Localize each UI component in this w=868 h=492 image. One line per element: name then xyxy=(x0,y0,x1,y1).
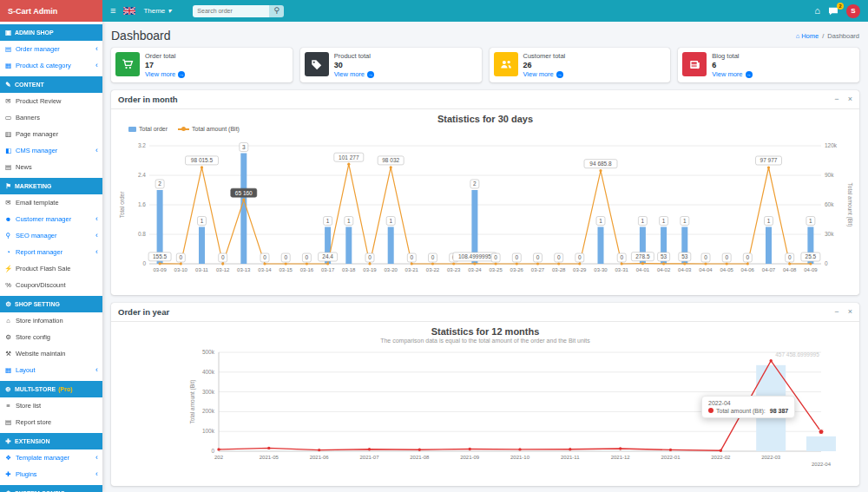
breadcrumb-home-link[interactable]: ⌂Home xyxy=(796,32,819,40)
svg-text:3: 3 xyxy=(242,144,246,150)
sidebar-item-cms-manager[interactable]: ◧CMS manager‹ xyxy=(0,142,102,159)
store-list-icon: ≡ xyxy=(4,402,12,410)
sidebar-item-coupon-discount[interactable]: %Coupon/Discount xyxy=(0,277,102,293)
sidebar-item-seo-manager[interactable]: ⚲SEO manager‹ xyxy=(0,227,102,244)
svg-text:2021-10: 2021-10 xyxy=(510,455,530,460)
search-input[interactable] xyxy=(193,5,269,17)
brand[interactable]: S-Cart Admin xyxy=(0,0,102,22)
sidebar-item-store-config[interactable]: ⚙Store config xyxy=(0,329,102,345)
svg-text:2021-12: 2021-12 xyxy=(611,455,631,460)
order-month-chart[interactable]: 000.830k1.660k2.490k3.2120kTotal orderTo… xyxy=(116,132,854,293)
svg-text:108.4999995: 108.4999995 xyxy=(458,253,491,259)
sidebar-item-layout[interactable]: ▦Layout‹ xyxy=(0,362,102,378)
sidebar-item-plugins[interactable]: ✚Plugins‹ xyxy=(0,466,102,482)
info-box-count: 17 xyxy=(145,61,185,69)
svg-text:24.4: 24.4 xyxy=(322,253,333,259)
chevron-left-icon: ‹ xyxy=(95,232,98,239)
top-navbar: S-Cart Admin ≡ Theme▾ ⚲ ⌂ 2 S xyxy=(0,0,868,22)
sidebar-item-template-manager[interactable]: ❖Template manager‹ xyxy=(0,449,102,466)
svg-text:Total amount (Bit): Total amount (Bit) xyxy=(189,380,196,424)
sidebar-section-extension: ✚EXTENSION xyxy=(0,433,102,449)
legend-item-total-order[interactable]: Total order xyxy=(128,126,168,132)
svg-text:2021-05: 2021-05 xyxy=(260,455,279,460)
info-box-label: Blog total xyxy=(712,52,752,60)
sidebar-item-news[interactable]: ▤News xyxy=(0,159,102,175)
info-box-count: 30 xyxy=(334,61,374,69)
svg-text:30k: 30k xyxy=(825,231,834,237)
close-button[interactable]: × xyxy=(848,95,852,103)
svg-text:202: 202 xyxy=(214,455,224,460)
svg-text:0: 0 xyxy=(788,254,792,260)
collapse-button[interactable]: − xyxy=(834,95,838,103)
svg-text:1: 1 xyxy=(767,218,771,224)
card-title: Order in month xyxy=(118,95,178,104)
multi-store-icon: ⊕ xyxy=(4,385,12,393)
user-avatar[interactable]: S xyxy=(846,4,860,18)
svg-text:2021-09: 2021-09 xyxy=(460,455,480,460)
sidebar-item-store-list[interactable]: ≡Store list xyxy=(0,397,102,414)
collapse-button[interactable]: − xyxy=(834,308,838,316)
info-box-label: Order total xyxy=(145,52,185,60)
legend-item-total-amount[interactable]: Total amount (Bit) xyxy=(178,126,240,132)
sidebar-item-email-template[interactable]: ✉Email template xyxy=(0,194,102,211)
svg-text:101 277: 101 277 xyxy=(339,154,359,161)
svg-text:90k: 90k xyxy=(825,172,834,178)
svg-text:0: 0 xyxy=(306,254,309,260)
home-icon[interactable]: ⌂ xyxy=(814,6,820,16)
svg-text:03-30: 03-30 xyxy=(594,267,608,272)
sidebar-item-report-store[interactable]: ▤Report store xyxy=(0,414,102,430)
svg-text:98 015.5: 98 015.5 xyxy=(191,157,214,163)
sidebar-section-multi-store: ⊕MULTI-STORE (Pro) xyxy=(0,381,102,397)
chart-subtitle: The comparison data is equal to the tota… xyxy=(116,338,854,344)
close-button[interactable]: × xyxy=(848,308,852,316)
view-more-link[interactable]: View more → xyxy=(334,70,374,78)
svg-text:0: 0 xyxy=(515,254,518,260)
sidebar-item-product-flash-sale[interactable]: ⚡Product Flash Sale xyxy=(0,260,102,277)
info-box-customer-total: Customer total 26 View more → xyxy=(490,48,671,82)
svg-text:0: 0 xyxy=(368,254,372,260)
svg-text:04-03: 04-03 xyxy=(678,267,692,272)
svg-text:2021-08: 2021-08 xyxy=(410,455,430,460)
chart-title: Statistics for 12 months xyxy=(116,326,854,337)
notifications-icon[interactable]: 2 xyxy=(828,7,838,16)
view-more-link[interactable]: View more → xyxy=(523,70,566,78)
svg-text:0.8: 0.8 xyxy=(138,231,146,237)
pro-badge: (Pro) xyxy=(58,386,72,392)
svg-text:500k: 500k xyxy=(202,349,215,355)
order-year-chart[interactable]: 0100k200k300k400k500kTotal amount (Bit)4… xyxy=(116,344,854,484)
plugins-icon: ✚ xyxy=(4,470,12,478)
sidebar-item-store-infomation[interactable]: ⌂Store infomation xyxy=(0,312,102,329)
svg-text:03-27: 03-27 xyxy=(531,267,545,272)
content-header: Dashboard ⌂Home / Dashboard xyxy=(102,22,868,48)
view-more-link[interactable]: View more → xyxy=(145,70,185,78)
svg-text:98 032: 98 032 xyxy=(382,157,399,163)
chevron-left-icon: ‹ xyxy=(95,366,98,374)
language-flag-icon[interactable] xyxy=(123,7,135,15)
page-title: Dashboard xyxy=(111,29,171,43)
shop-icon: ▣ xyxy=(4,29,12,36)
sidebar-item-banners[interactable]: ▭Banners xyxy=(0,109,102,126)
seo-icon: ⚲ xyxy=(4,232,12,239)
arrow-circle-icon: → xyxy=(178,71,185,78)
svg-text:03-19: 03-19 xyxy=(363,267,377,272)
svg-text:Total amount (Bit): Total amount (Bit) xyxy=(846,183,853,227)
sidebar-item-customer-manager[interactable]: ☻Customer manager‹ xyxy=(0,211,102,227)
store-info-icon: ⌂ xyxy=(4,317,12,325)
sidebar-toggle-icon[interactable]: ≡ xyxy=(110,6,115,16)
sidebar-section-admin-shop: ▣ADMIN SHOP xyxy=(0,24,102,41)
search-button[interactable]: ⚲ xyxy=(269,5,284,17)
svg-text:53: 53 xyxy=(661,253,667,259)
svg-text:100k: 100k xyxy=(202,428,215,434)
view-more-link[interactable]: View more → xyxy=(712,70,752,78)
sidebar-item-website-maintain[interactable]: ⚒Website maintain xyxy=(0,345,102,362)
sidebar-item-product-category[interactable]: ▦Product & category‹ xyxy=(0,57,102,74)
sidebar-item-order-manager[interactable]: ▤Order manager‹ xyxy=(0,41,102,57)
sidebar-item-report-manager[interactable]: ◔Report manager‹ xyxy=(0,244,102,260)
sidebar-item-product-review[interactable]: ✉Product Review xyxy=(0,93,102,109)
theme-dropdown[interactable]: Theme▾ xyxy=(143,7,171,15)
svg-text:2021-06: 2021-06 xyxy=(310,455,330,460)
info-box-blog-total: Blog total 6 View more → xyxy=(678,48,859,82)
chevron-left-icon: ‹ xyxy=(95,248,98,256)
info-box-label: Product total xyxy=(334,52,374,60)
sidebar-item-page-manager[interactable]: ▥Page manager xyxy=(0,126,102,142)
